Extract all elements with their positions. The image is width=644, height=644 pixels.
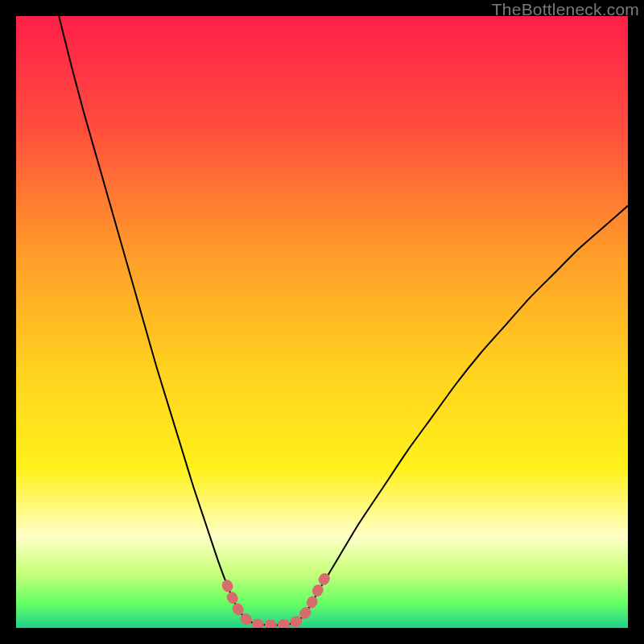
chart-background bbox=[16, 16, 628, 628]
chart-frame bbox=[16, 16, 628, 628]
chart-svg bbox=[16, 16, 628, 628]
